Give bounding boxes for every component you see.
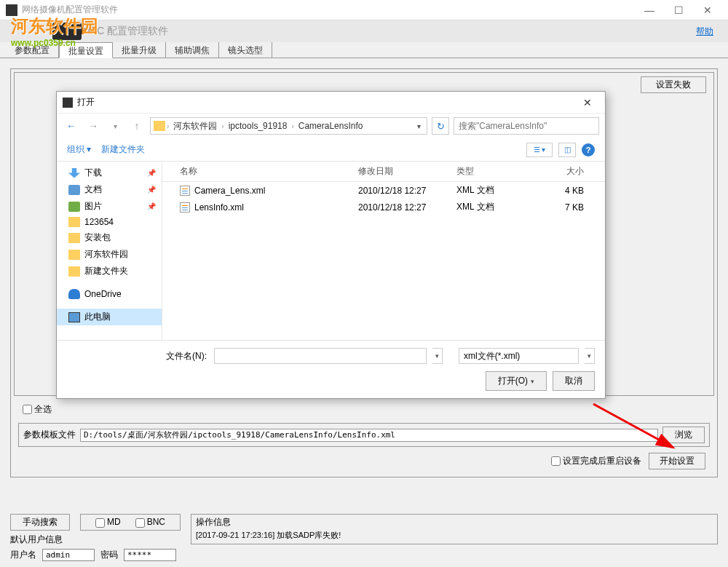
nav-forward-button[interactable]: →: [84, 117, 102, 135]
maximize-button[interactable]: ☐: [664, 1, 693, 19]
minimize-button[interactable]: —: [635, 1, 664, 19]
filename-input[interactable]: [214, 348, 427, 364]
template-label: 参数模板文件: [23, 429, 76, 441]
sidebar-item-4[interactable]: 安装包: [57, 229, 162, 246]
tab-lens-select[interactable]: 镜头选型: [219, 42, 272, 58]
main-titlebar: 网络摄像机配置管理软件 — ☐ ✕: [0, 0, 728, 20]
col-size[interactable]: 大小: [537, 165, 584, 178]
pin-icon: 📌: [147, 202, 156, 210]
close-button[interactable]: ✕: [693, 1, 722, 19]
folder-icon: [68, 233, 80, 243]
restart-checkbox[interactable]: [551, 456, 561, 466]
sidebar-item-3[interactable]: 123654: [57, 215, 162, 229]
nav-search-input[interactable]: [454, 117, 599, 135]
col-type[interactable]: 类型: [456, 165, 537, 178]
breadcrumb-1[interactable]: ipctools_91918: [226, 121, 290, 131]
manual-search-button[interactable]: 手动搜索: [10, 514, 70, 531]
bnc-checkbox[interactable]: [135, 518, 145, 528]
pc-icon: [68, 312, 80, 322]
breadcrumb-0[interactable]: 河东软件园: [170, 120, 220, 132]
view-mode-button[interactable]: ☰ ▾: [526, 143, 553, 157]
password-input[interactable]: [124, 549, 176, 561]
nav-dropdown-button[interactable]: ▾: [106, 117, 124, 135]
start-setting-button[interactable]: 开始设置: [649, 453, 705, 469]
doc-icon: [68, 185, 80, 195]
tab-batch-setting[interactable]: 批量设置: [59, 42, 113, 58]
tab-param-config[interactable]: 参数配置: [6, 42, 59, 58]
username-label: 用户名: [10, 549, 36, 561]
sidebar-item-7[interactable]: OneDrive: [57, 287, 162, 301]
tab-assist-focus[interactable]: 辅助调焦: [166, 42, 219, 58]
help-icon[interactable]: ?: [582, 143, 595, 156]
md-checkbox[interactable]: [95, 518, 105, 528]
col-name[interactable]: 名称: [180, 165, 358, 178]
path-dropdown[interactable]: ▾: [414, 122, 424, 130]
filename-dropdown[interactable]: ▾: [432, 348, 443, 364]
template-path-input[interactable]: [80, 429, 658, 442]
nav-refresh-button[interactable]: ↻: [432, 117, 449, 135]
nav-back-button[interactable]: ←: [63, 117, 80, 135]
open-button[interactable]: 打开(O) ▾: [486, 371, 547, 391]
filelist-header: 名称 修改日期 类型 大小: [162, 162, 605, 182]
sidebar-item-1[interactable]: 文档📌: [57, 181, 162, 198]
main-tabs: 参数配置 批量设置 批量升级 辅助调焦 镜头选型: [0, 42, 728, 58]
sidebar-item-8[interactable]: 此电脑: [57, 309, 162, 325]
setting-fail-button[interactable]: 设置失败: [641, 76, 706, 93]
filetype-dropdown[interactable]: ▾: [585, 348, 595, 364]
bnc-label[interactable]: BNC: [135, 517, 165, 527]
sidebar-item-6[interactable]: 新建文件夹: [57, 263, 162, 279]
new-folder-button[interactable]: 新建文件夹: [101, 143, 145, 156]
xml-file-icon: [180, 202, 190, 213]
app-icon: [6, 4, 17, 16]
window-title: 网络摄像机配置管理软件: [22, 4, 635, 16]
filename-label: 文件名(N):: [166, 350, 208, 362]
sidebar-item-0[interactable]: 下载📌: [57, 164, 162, 181]
cloud-icon: [68, 289, 80, 299]
breadcrumb-2[interactable]: CameraLensInfo: [296, 121, 366, 131]
restart-label[interactable]: 设置完成后重启设备: [551, 455, 641, 467]
xml-file-icon: [180, 186, 190, 196]
col-date[interactable]: 修改日期: [358, 165, 456, 178]
tab-batch-upgrade[interactable]: 批量升级: [113, 42, 166, 58]
folder-icon: [154, 121, 165, 131]
dialog-sidebar: 下载📌文档📌图片📌123654安装包河东软件园新建文件夹OneDrive此电脑: [57, 162, 162, 340]
sidebar-item-5[interactable]: 河东软件园: [57, 246, 162, 263]
sidebar-item-2[interactable]: 图片📌: [57, 198, 162, 215]
select-all-label[interactable]: 全选: [23, 404, 52, 414]
cancel-button[interactable]: 取消: [553, 371, 595, 391]
op-info-text: [2017-09-21 17:23:16] 加载SADP库失败!: [196, 530, 713, 541]
md-label[interactable]: MD: [95, 517, 121, 527]
folder-icon: [68, 217, 80, 227]
select-all-checkbox[interactable]: [23, 405, 32, 414]
default-user-label: 默认用户信息: [10, 534, 63, 546]
browse-button[interactable]: 浏览: [662, 427, 705, 443]
pin-icon: 📌: [147, 186, 156, 194]
dialog-title: 打开: [77, 96, 576, 108]
folder-icon: [68, 250, 80, 260]
op-info-label: 操作信息: [196, 516, 713, 528]
pin-icon: 📌: [147, 169, 156, 177]
help-link[interactable]: 帮助: [696, 25, 713, 38]
organize-button[interactable]: 组织 ▾: [67, 143, 91, 156]
folder-icon: [68, 266, 80, 277]
filetype-select[interactable]: xml文件(*.xml): [459, 348, 579, 364]
pic-icon: [68, 202, 80, 212]
app-title: IPC 配置管理软件: [87, 25, 168, 38]
dialog-close-button[interactable]: ✕: [576, 97, 599, 108]
preview-pane-button[interactable]: ◫: [558, 143, 576, 157]
download-icon: [68, 168, 80, 178]
file-row[interactable]: LensInfo.xml2010/12/18 12:27XML 文档7 KB: [162, 199, 605, 215]
username-input[interactable]: [42, 549, 95, 561]
file-row[interactable]: Camera_Lens.xml2010/12/18 12:27XML 文档4 K…: [162, 182, 605, 199]
app-header: IPC 配置管理软件 帮助: [0, 20, 728, 42]
password-label: 密码: [100, 549, 118, 561]
file-open-dialog: 打开 ✕ ← → ▾ ↑ › 河东软件园 › ipctools_91918 › …: [56, 91, 606, 399]
nav-path[interactable]: › 河东软件园 › ipctools_91918 › CameraLensInf…: [150, 117, 427, 135]
nav-up-button[interactable]: ↑: [128, 117, 146, 135]
dialog-icon: [63, 98, 73, 108]
camera-icon: [52, 23, 82, 40]
